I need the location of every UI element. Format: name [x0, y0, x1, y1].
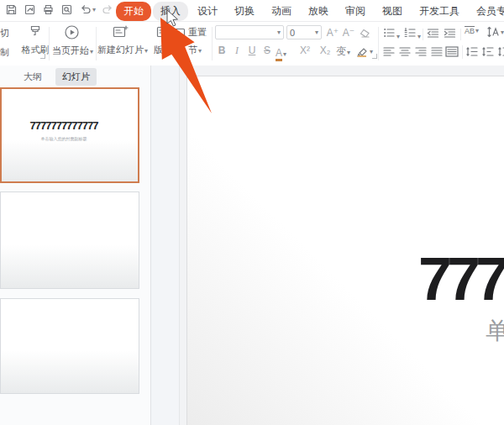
format-painter-button[interactable]: 格式刷 — [18, 24, 52, 56]
tab-slideshow[interactable]: 放映 — [301, 2, 336, 21]
undo-icon — [79, 3, 92, 16]
print-preview-icon[interactable] — [60, 3, 73, 16]
slide-layout-icon — [155, 24, 172, 40]
align-right-icon[interactable] — [415, 46, 427, 57]
copy-button[interactable]: 复制 — [0, 46, 9, 59]
bullets-icon — [383, 27, 396, 39]
reset-button[interactable]: 重置 — [172, 26, 207, 39]
font-color-icon: A — [276, 47, 282, 61]
editor-gutter — [151, 66, 180, 425]
tab-review[interactable]: 审阅 — [338, 2, 373, 21]
slide-thumbnail-3[interactable] — [0, 298, 139, 394]
align-center-icon[interactable] — [399, 46, 411, 57]
italic-button[interactable]: I — [230, 45, 244, 57]
text-effect-button[interactable]: 变▾ — [336, 45, 350, 59]
undo-caret-icon: ▾ — [92, 6, 96, 13]
section-icon — [172, 45, 186, 56]
quick-access-toolbar: ▾ ⌄ — [5, 3, 128, 16]
increase-indent-icon[interactable] — [444, 28, 456, 39]
new-slide-icon — [112, 24, 129, 40]
numbering-button[interactable]: ▾ — [404, 27, 421, 42]
highlight-color-button[interactable]: ▾ — [356, 46, 373, 57]
tab-developer[interactable]: 开发工具 — [412, 2, 467, 21]
format-painter-icon — [27, 24, 44, 40]
superscript-button[interactable]: X² — [296, 45, 314, 56]
underline-button[interactable]: U — [245, 45, 259, 56]
clipboard-dialog-launcher[interactable] — [40, 54, 45, 59]
slide-panel: 大纲 幻灯片 7777777777777 单击输入您的封面副标题 — [0, 66, 150, 425]
strikethrough-button[interactable]: S — [260, 45, 274, 56]
tab-membership[interactable]: 会员专享 — [469, 2, 504, 21]
tab-slides[interactable]: 幻灯片 — [55, 68, 97, 86]
title-bar: ▾ ⌄ 开始 插入 设计 切换 动画 放映 审阅 视图 开发工具 会员专享 稻壳… — [0, 0, 504, 22]
space-after-icon[interactable] — [482, 46, 494, 57]
redo-icon[interactable] — [102, 3, 114, 16]
tab-design[interactable]: 设计 — [190, 2, 225, 21]
decrease-font-button[interactable]: A⁻ — [342, 27, 355, 39]
workspace: 大纲 幻灯片 7777777777777 单击输入您的封面副标题 7777777… — [0, 66, 504, 425]
new-slide-button[interactable]: 新建幻灯片▾ — [97, 24, 143, 56]
tab-home[interactable]: 开始 — [116, 2, 151, 21]
thumbnail-title: 7777777777777 — [2, 119, 126, 132]
tab-outline[interactable]: 大纲 — [17, 68, 49, 86]
space-before-icon[interactable] — [466, 46, 478, 57]
subscript-button[interactable]: X₂ — [316, 45, 334, 56]
numbering-icon — [404, 27, 417, 39]
slide-canvas[interactable]: 7777777777777 单击输入您的封面副标题 — [186, 76, 504, 425]
font-dialog-launcher[interactable] — [372, 54, 377, 59]
print-icon[interactable] — [42, 3, 55, 16]
slide-thumbnail-2[interactable] — [0, 192, 139, 289]
save-icon[interactable] — [5, 3, 18, 16]
play-from-current-button[interactable]: 当页开始▾ — [52, 24, 91, 57]
increase-font-button[interactable]: A⁺ — [326, 27, 339, 39]
play-circle-icon — [63, 24, 81, 41]
clear-format-icon[interactable] — [359, 28, 371, 39]
bold-button[interactable]: B — [215, 45, 228, 56]
panel-tab-bar: 大纲 幻灯片 — [17, 68, 97, 86]
highlighter-icon — [356, 46, 369, 57]
font-size-combo[interactable]: 0▾ — [286, 25, 322, 39]
text-direction-icon: AB — [465, 26, 475, 35]
distribute-text-icon[interactable] — [445, 46, 459, 57]
tab-view[interactable]: 视图 — [375, 2, 410, 21]
decrease-indent-icon[interactable] — [427, 28, 439, 39]
paragraph-spacing-icon[interactable] — [498, 46, 504, 57]
font-name-combo[interactable]: ▾ — [215, 25, 284, 39]
align-justify-icon[interactable] — [431, 46, 443, 57]
undo-button[interactable]: ▾ — [79, 3, 96, 16]
ribbon-toolbar: 剪切 复制 格式刷 当页开始▾ 新建幻灯片▾ 版式 重置 节▾ ▾ 0▾ A⁺ … — [0, 22, 504, 66]
section-button[interactable]: 节▾ — [172, 44, 202, 56]
cut-button[interactable]: 剪切 — [0, 27, 9, 39]
slide-thumbnail-1[interactable]: 7777777777777 单击输入您的封面副标题 — [0, 87, 139, 183]
slide-subtitle-text[interactable]: 单击输入您的封面副标题 — [486, 315, 504, 347]
bullets-button[interactable]: ▾ — [383, 27, 400, 42]
line-spacing-button[interactable]: ▾ — [487, 26, 504, 38]
menu-tab-bar: 开始 插入 设计 切换 动画 放映 审阅 视图 开发工具 会员专享 稻壳资源 — [116, 2, 504, 21]
text-direction-button[interactable]: AB▾ — [465, 26, 479, 35]
export-icon[interactable] — [24, 3, 36, 16]
editor-area: 7777777777777 单击输入您的封面副标题 — [180, 66, 504, 425]
tab-transition[interactable]: 切换 — [227, 2, 262, 21]
align-left-icon[interactable] — [383, 46, 395, 57]
font-color-button[interactable]: A▾ — [276, 45, 286, 60]
tab-animation[interactable]: 动画 — [264, 2, 299, 21]
line-spacing-icon — [487, 26, 500, 38]
tab-insert[interactable]: 插入 — [153, 2, 188, 21]
slide-title-text[interactable]: 7777777777777 — [418, 244, 504, 313]
thumbnail-subtitle: 单击输入您的封面副标题 — [33, 136, 95, 142]
reset-slide-icon — [172, 27, 186, 39]
